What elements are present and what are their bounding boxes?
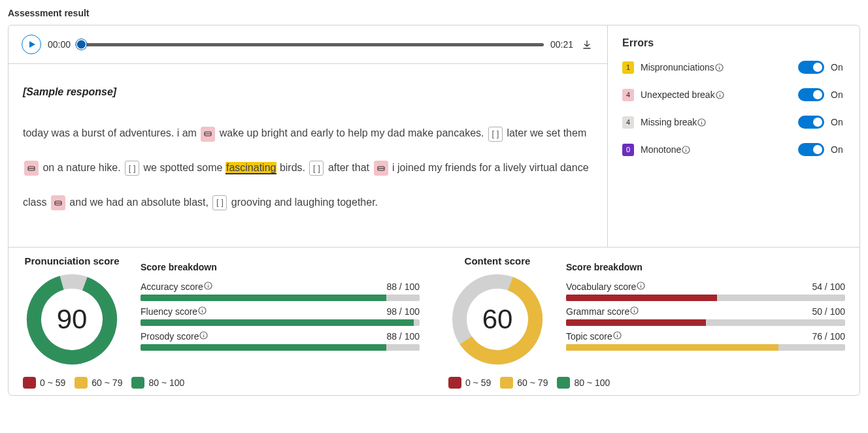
unexpected-break-marker[interactable] [51,195,65,210]
info-icon[interactable] [630,306,639,315]
info-icon[interactable] [199,331,208,340]
bar-value: 76 / 100 [812,331,845,342]
breakdown-title: Score breakdown [141,262,420,272]
donut-score-value: 90 [57,304,88,334]
error-label: Unexpected break [641,89,715,100]
error-row: 4Missing breakOn [622,116,845,129]
info-icon[interactable] [715,63,724,72]
unexpected-break-marker[interactable] [201,127,215,142]
bar-label: Vocabulary score [566,281,645,292]
bar-value: 54 / 100 [812,281,845,292]
bar-track [566,295,845,301]
legend-label: 80 ~ 100 [148,377,184,388]
audio-player: 00:00 00:21 [8,25,607,64]
missing-break-marker[interactable]: [ ] [488,127,503,142]
svg-point-41 [617,333,618,334]
pronunciation-block: Pronunciation score90Score breakdownAccu… [8,255,434,389]
error-row: 1MispronunciationsOn [622,61,845,74]
toggle-state-label: On [831,144,845,155]
audio-slider-thumb[interactable] [76,39,86,50]
info-icon[interactable] [204,281,212,290]
error-toggle[interactable] [798,116,824,129]
info-icon[interactable] [198,306,207,315]
bar-fill [566,319,706,326]
errors-panel: Errors 1MispronunciationsOn4Unexpected b… [608,25,860,247]
svg-point-35 [641,283,641,284]
bar-label: Fluency score [141,306,207,317]
legend-label: 0 ~ 59 [40,377,65,388]
bar-value: 88 / 100 [386,281,420,292]
legend-item: 80 ~ 100 [131,377,184,389]
bar-fill [141,295,386,301]
main-panel: 00:00 00:21 [Sample response] today was … [8,25,860,396]
bar-value: 98 / 100 [386,306,420,317]
error-count-badge: 4 [622,89,634,101]
response-text: today was a burst of adventures. i am wa… [23,116,593,219]
missing-break-marker[interactable]: [ ] [212,195,227,210]
legend-label: 80 ~ 100 [574,377,610,388]
bar-track [141,295,420,301]
donut-score-value: 60 [482,304,513,334]
score-title: Content score [448,255,546,266]
bar-label: Accuracy score [141,281,212,292]
error-toggle[interactable] [798,143,824,156]
error-label: Mispronunciations [641,62,714,72]
error-toggle[interactable] [798,61,824,74]
legend-swatch [23,377,36,389]
error-row: 0MonotoneOn [622,143,845,156]
content-block: Content score60Score breakdownVocabulary… [434,255,860,389]
score-bar-row: Accuracy score88 / 100 [141,281,420,301]
legend-label: 60 ~ 79 [92,377,122,388]
info-icon[interactable] [697,118,706,127]
legend-item: 0 ~ 59 [448,377,491,389]
bar-value: 88 / 100 [386,331,420,342]
info-icon[interactable] [716,91,724,99]
info-icon[interactable] [637,281,645,290]
bar-track [566,344,845,351]
svg-point-13 [720,93,720,93]
bar-track [141,344,420,351]
legend-swatch [557,377,570,389]
donut-chart: 90 [23,270,121,368]
play-button[interactable] [22,35,41,54]
score-bar-row: Fluency score98 / 100 [141,306,420,326]
legend-swatch [448,377,461,389]
legend-swatch [500,377,513,389]
bar-track [566,319,845,326]
unexpected-break-marker[interactable] [24,161,39,176]
page-title: Assessment result [8,8,860,18]
toggle-state-label: On [831,89,845,100]
svg-point-16 [701,120,702,121]
legend-swatch [75,377,88,389]
error-label: Missing break [641,117,697,127]
legend-swatch [131,377,144,389]
svg-point-24 [208,283,209,284]
legend-item: 80 ~ 100 [557,377,610,389]
score-bar-row: Grammar score50 / 100 [566,306,845,326]
download-icon [582,39,592,50]
missing-break-marker[interactable]: [ ] [125,161,139,176]
score-bar-row: Topic score76 / 100 [566,331,845,351]
error-toggle[interactable] [798,88,824,101]
svg-point-30 [203,333,204,334]
missing-break-marker[interactable]: [ ] [309,161,324,176]
legend-item: 60 ~ 79 [500,377,548,389]
error-count-badge: 0 [622,144,634,156]
mispronounced-word[interactable]: fascinating [225,162,277,174]
bar-value: 50 / 100 [812,306,845,317]
bar-label: Prosody score [141,331,208,342]
error-row: 4Unexpected breakOn [622,88,845,101]
toggle-state-label: On [831,62,845,72]
bar-fill [141,319,414,326]
response-area: [Sample response] today was a burst of a… [8,64,607,247]
audio-total-time: 00:21 [550,39,573,50]
audio-slider[interactable] [77,43,544,46]
info-icon[interactable] [682,146,690,154]
download-button[interactable] [580,37,594,52]
bar-fill [566,295,717,301]
bar-fill [566,344,778,351]
info-icon[interactable] [613,331,622,340]
score-legend: 0 ~ 5960 ~ 7980 ~ 100 [23,377,420,389]
score-title: Pronunciation score [23,255,121,266]
unexpected-break-marker[interactable] [374,161,388,176]
